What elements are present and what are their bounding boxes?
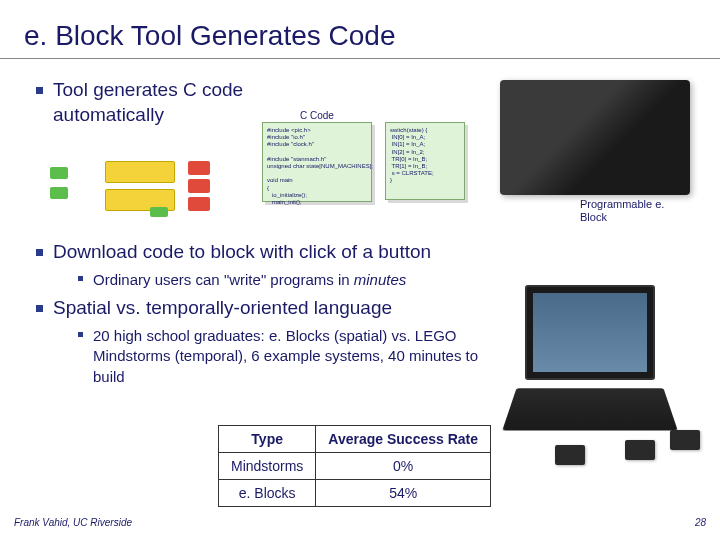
bullet-3-text: Spatial vs. temporally-oriented language: [53, 296, 392, 321]
table-row: Mindstorms 0%: [219, 453, 491, 480]
block-diagram: [50, 155, 235, 220]
bullet-icon: [36, 87, 43, 94]
device-label: Programmable e. Block: [580, 198, 690, 224]
bullet-1: Tool generates C code automatically: [36, 78, 333, 127]
col-rate: Average Success Rate: [316, 426, 491, 453]
col-type: Type: [219, 426, 316, 453]
ccode-label: C Code: [300, 110, 334, 121]
table-row: e. Blocks 54%: [219, 480, 491, 507]
bullet-2-sub: Ordinary users can "write" programs in m…: [78, 270, 406, 290]
laptop-photo: [495, 285, 695, 465]
bullet-3-sub-text: 20 high school graduates: e. Blocks (spa…: [93, 326, 513, 387]
code-snippet-1: #include <pic.h> #include "io.h" #includ…: [262, 122, 372, 202]
code-snippet-2: switch(state) { IN[0] = In_A; IN[1] = In…: [385, 122, 465, 200]
bullet-1-text: Tool generates C code automatically: [53, 78, 333, 127]
bullet-3: Spatial vs. temporally-oriented language: [36, 296, 392, 321]
footer-author: Frank Vahid, UC Riverside: [14, 517, 132, 528]
bullet-icon: [78, 332, 83, 337]
bullet-3-sub: 20 high school graduates: e. Blocks (spa…: [78, 326, 513, 387]
device-photo: [500, 80, 690, 195]
bullet-icon: [36, 305, 43, 312]
bullet-2-text: Download code to block with click of a b…: [53, 240, 431, 265]
bullet-icon: [36, 249, 43, 256]
slide-number: 28: [695, 517, 706, 528]
bullet-2-sub-text: Ordinary users can "write" programs in m…: [93, 270, 406, 290]
slide-title: e. Block Tool Generates Code: [24, 20, 395, 52]
results-table: Type Average Success Rate Mindstorms 0% …: [218, 425, 491, 507]
title-underline: [0, 58, 720, 59]
bullet-2: Download code to block with click of a b…: [36, 240, 431, 265]
bullet-icon: [78, 276, 83, 281]
